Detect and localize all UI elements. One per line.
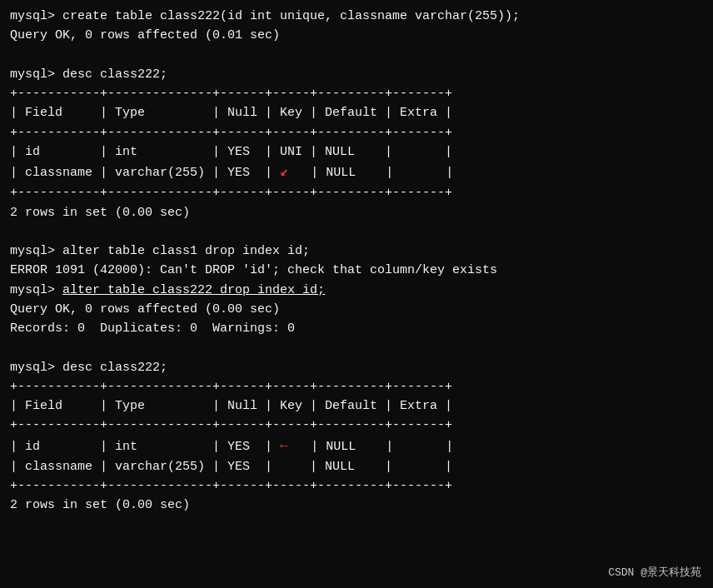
- red-arrow-1: ↙: [280, 162, 288, 183]
- line-10: +-----------+--------------+------+-----…: [10, 183, 703, 202]
- terminal: mysql> create table class222(id int uniq…: [0, 0, 713, 588]
- line-2: Query OK, 0 rows affected (0.01 sec): [10, 26, 703, 45]
- line-16: Query OK, 0 rows affected (0.00 sec): [10, 300, 703, 319]
- line-13: mysql> alter table class1 drop index id;: [10, 242, 703, 261]
- prompt-19: mysql> desc class222;: [10, 361, 167, 375]
- line-3-blank: [10, 46, 703, 65]
- line-15: mysql> alter table class222 drop index i…: [10, 281, 703, 300]
- line-18-blank: [10, 338, 703, 357]
- prompt-13: mysql> alter table class1 drop index id;: [10, 244, 310, 258]
- line-17: Records: 0 Duplicates: 0 Warnings: 0: [10, 319, 703, 338]
- line-6: | Field | Type | Null | Key | Default | …: [10, 103, 703, 122]
- line-21: | Field | Type | Null | Key | Default | …: [10, 396, 703, 416]
- line-25: +-----------+--------------+------+-----…: [10, 476, 703, 496]
- line-26: 2 rows in set (0.00 sec): [10, 496, 703, 515]
- prompt-15: mysql>: [10, 283, 62, 297]
- prompt-4: mysql> desc class222;: [10, 67, 167, 82]
- line-23: | id | int | YES | ← | NULL | |: [10, 436, 703, 457]
- red-arrow-2: ←: [280, 436, 288, 457]
- command-15-underlined: alter table class222 drop index id;: [62, 283, 325, 297]
- line-11: 2 rows in set (0.00 sec): [10, 203, 703, 222]
- line-9: | classname | varchar(255) | YES | ↙ | N…: [10, 162, 703, 183]
- line-22: +-----------+--------------+------+-----…: [10, 416, 703, 435]
- line-19: mysql> desc class222;: [10, 358, 703, 377]
- line-1: mysql> create table class222(id int uniq…: [10, 7, 703, 26]
- line-4: mysql> desc class222;: [10, 65, 703, 84]
- line-7: +-----------+--------------+------+-----…: [10, 123, 703, 142]
- line-12-blank: [10, 222, 703, 242]
- ok-2: Query OK, 0 rows affected (0.01 sec): [10, 28, 280, 42]
- line-8: | id | int | YES | UNI | NULL | |: [10, 142, 703, 162]
- watermark: CSDN @景天科技苑: [608, 565, 701, 580]
- line-14: ERROR 1091 (42000): Can't DROP 'id'; che…: [10, 261, 703, 280]
- prompt-1: mysql> create table class222(id int uniq…: [10, 9, 520, 23]
- line-20: +-----------+--------------+------+-----…: [10, 377, 703, 396]
- line-24: | classname | varchar(255) | YES | | NUL…: [10, 457, 703, 476]
- line-5: +-----------+--------------+------+-----…: [10, 84, 703, 103]
